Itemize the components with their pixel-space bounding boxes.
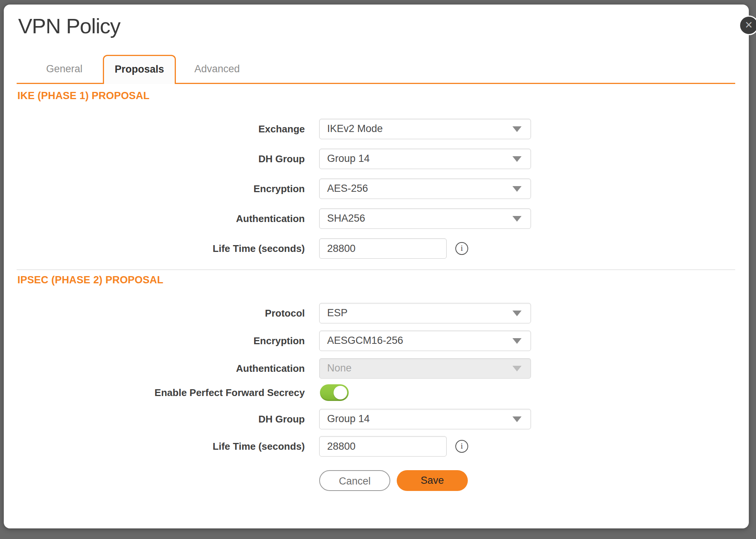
section-heading-ipsec-phase2: IPSEC (PHASE 2) PROPOSAL — [17, 274, 163, 286]
exchange-select-value: IKEv2 Mode — [327, 119, 383, 138]
tab-advanced[interactable]: Advanced — [179, 55, 255, 83]
pfs-toggle-on[interactable] — [320, 384, 349, 401]
protocol-select[interactable]: ESP — [319, 303, 531, 323]
info-icon[interactable]: i — [455, 440, 468, 453]
form-row-exchange: Exchange IKEv2 Mode — [4, 119, 749, 139]
form-row-encryption-p1: Encryption AES-256 — [4, 179, 749, 199]
form-row-authentication-p2: Authentication None — [4, 358, 749, 379]
chevron-down-icon — [512, 416, 522, 422]
save-button[interactable]: Save — [397, 470, 468, 491]
lifetime-input-p1[interactable] — [319, 238, 447, 259]
authentication-label: Authentication — [4, 208, 305, 229]
form-row-encryption-p2: Encryption AESGCM16-256 — [4, 331, 749, 351]
chevron-down-icon — [512, 366, 522, 371]
section-heading-ike-phase1: IKE (PHASE 1) PROPOSAL — [17, 90, 149, 102]
lifetime-label: Life Time (seconds) — [4, 436, 305, 457]
dh-group-select-p1[interactable]: Group 14 — [319, 149, 531, 169]
toggle-knob — [334, 386, 347, 399]
cancel-button[interactable]: Cancel — [319, 470, 390, 491]
tab-general[interactable]: General — [26, 55, 102, 83]
encryption-select-value: AES-256 — [327, 179, 368, 198]
chevron-down-icon — [512, 216, 522, 222]
exchange-select[interactable]: IKEv2 Mode — [319, 119, 531, 139]
lifetime-label: Life Time (seconds) — [4, 238, 305, 259]
authentication-select-value: SHA256 — [327, 209, 365, 228]
form-row-protocol: Protocol ESP — [4, 303, 749, 323]
dh-group-select-value: Group 14 — [327, 409, 370, 429]
form-row-dh-group-p2: DH Group Group 14 — [4, 409, 749, 429]
tab-proposals[interactable]: Proposals — [103, 55, 176, 84]
encryption-label: Encryption — [4, 331, 305, 351]
vpn-policy-dialog: VPN Policy ✕ General Proposals Advanced … — [4, 5, 749, 528]
chevron-down-icon — [512, 156, 522, 162]
pfs-label: Enable Perfect Forward Secrecy — [4, 384, 305, 401]
dh-group-label: DH Group — [4, 409, 305, 429]
dh-group-label: DH Group — [4, 149, 305, 169]
protocol-label: Protocol — [4, 303, 305, 323]
encryption-select-value: AESGCM16-256 — [327, 331, 403, 350]
exchange-label: Exchange — [4, 119, 305, 139]
close-icon: ✕ — [745, 19, 753, 31]
close-button[interactable]: ✕ — [739, 16, 756, 35]
form-row-lifetime-p2: Life Time (seconds) i — [4, 436, 749, 457]
chevron-down-icon — [512, 338, 522, 344]
dh-group-select-p2[interactable]: Group 14 — [319, 409, 531, 429]
encryption-select-p2[interactable]: AESGCM16-256 — [319, 331, 531, 351]
encryption-select-p1[interactable]: AES-256 — [319, 179, 531, 199]
authentication-select-p1[interactable]: SHA256 — [319, 208, 531, 229]
protocol-select-value: ESP — [327, 303, 348, 323]
section-divider — [17, 269, 735, 270]
form-row-dh-group-p1: DH Group Group 14 — [4, 149, 749, 169]
form-row-authentication-p1: Authentication SHA256 — [4, 208, 749, 229]
chevron-down-icon — [512, 186, 522, 192]
encryption-label: Encryption — [4, 179, 305, 199]
info-icon[interactable]: i — [455, 242, 468, 255]
chevron-down-icon — [512, 311, 522, 316]
authentication-select-p2-disabled: None — [319, 358, 531, 379]
chevron-down-icon — [512, 126, 522, 132]
lifetime-input-p2[interactable] — [319, 436, 447, 457]
authentication-label: Authentication — [4, 358, 305, 379]
form-row-pfs: Enable Perfect Forward Secrecy — [4, 384, 749, 401]
dh-group-select-value: Group 14 — [327, 149, 370, 168]
form-row-lifetime-p1: Life Time (seconds) i — [4, 238, 749, 259]
authentication-select-value: None — [327, 359, 352, 378]
page-title: VPN Policy — [18, 14, 120, 39]
